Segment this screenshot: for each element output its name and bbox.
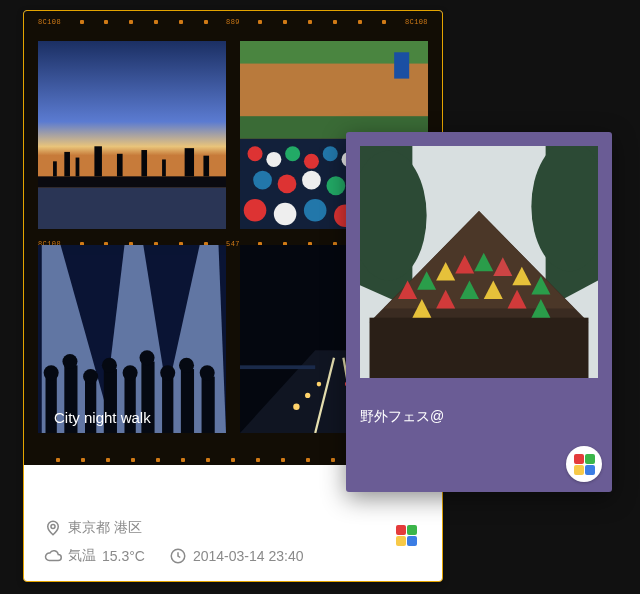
film-edge-top: 8C108 889 8C108 bbox=[24, 11, 442, 33]
overlay-photo bbox=[360, 146, 598, 378]
svg-point-26 bbox=[253, 171, 272, 190]
svg-point-86 bbox=[51, 524, 55, 528]
weather-label: 気温 bbox=[68, 547, 96, 565]
svg-rect-3 bbox=[53, 161, 57, 176]
svg-point-17 bbox=[248, 146, 263, 161]
svg-point-81 bbox=[317, 382, 322, 387]
brand-icon[interactable] bbox=[388, 517, 424, 553]
svg-point-52 bbox=[44, 365, 59, 380]
svg-rect-6 bbox=[94, 146, 102, 176]
svg-point-18 bbox=[266, 152, 281, 167]
concert-crowd-photo bbox=[38, 245, 226, 433]
svg-rect-50 bbox=[181, 369, 194, 433]
film-mark: 8C108 bbox=[38, 18, 61, 26]
svg-rect-10 bbox=[185, 148, 194, 176]
svg-rect-85 bbox=[240, 365, 315, 369]
svg-rect-11 bbox=[203, 156, 209, 177]
photo-thumb[interactable] bbox=[38, 245, 226, 433]
svg-point-55 bbox=[102, 358, 117, 373]
film-mark: 8C108 bbox=[405, 18, 428, 26]
datetime-label: 2014-03-14 23:40 bbox=[193, 548, 304, 564]
svg-rect-51 bbox=[202, 377, 215, 433]
festival-tent-photo bbox=[360, 146, 598, 378]
film-mark: 889 bbox=[226, 18, 240, 26]
clock-icon bbox=[169, 547, 187, 565]
svg-rect-2 bbox=[38, 188, 226, 229]
svg-point-35 bbox=[304, 199, 327, 222]
overlay-card-caption: 野外フェス@ bbox=[360, 408, 598, 426]
svg-point-59 bbox=[179, 358, 194, 373]
svg-point-33 bbox=[244, 199, 267, 222]
svg-rect-5 bbox=[76, 158, 80, 177]
svg-point-57 bbox=[140, 350, 155, 365]
svg-point-79 bbox=[293, 403, 299, 409]
pin-icon bbox=[44, 519, 62, 537]
svg-point-19 bbox=[285, 146, 300, 161]
sunset-skyline-photo bbox=[38, 41, 226, 229]
svg-point-56 bbox=[123, 365, 138, 380]
svg-point-28 bbox=[302, 171, 321, 190]
svg-point-34 bbox=[274, 203, 297, 226]
svg-point-20 bbox=[304, 154, 319, 169]
svg-rect-1 bbox=[38, 176, 226, 187]
svg-point-29 bbox=[326, 176, 345, 195]
svg-rect-15 bbox=[394, 52, 409, 78]
brand-icon[interactable] bbox=[566, 446, 602, 482]
svg-point-80 bbox=[305, 393, 310, 398]
svg-point-54 bbox=[83, 369, 98, 384]
meta-bar: 東京都 港区 気温 15.3°C 2014-03-14 23:40 bbox=[24, 503, 442, 581]
overlay-photo-card[interactable]: 野外フェス@ bbox=[346, 132, 612, 492]
svg-rect-7 bbox=[117, 154, 123, 177]
svg-rect-49 bbox=[162, 377, 173, 433]
photo-thumb[interactable] bbox=[38, 41, 226, 229]
svg-point-60 bbox=[200, 365, 215, 380]
weather-value: 15.3°C bbox=[102, 548, 145, 564]
svg-point-21 bbox=[323, 146, 338, 161]
location-label: 東京都 港区 bbox=[68, 519, 142, 537]
main-card-caption: City night walk bbox=[54, 409, 151, 426]
svg-rect-95 bbox=[370, 318, 589, 378]
svg-point-53 bbox=[62, 354, 77, 369]
svg-point-27 bbox=[278, 174, 297, 193]
cloud-icon bbox=[44, 547, 62, 565]
svg-point-58 bbox=[160, 365, 175, 380]
svg-rect-4 bbox=[64, 152, 70, 176]
film-mark: 547 bbox=[226, 240, 240, 248]
svg-rect-8 bbox=[141, 150, 147, 176]
svg-rect-9 bbox=[162, 159, 166, 176]
